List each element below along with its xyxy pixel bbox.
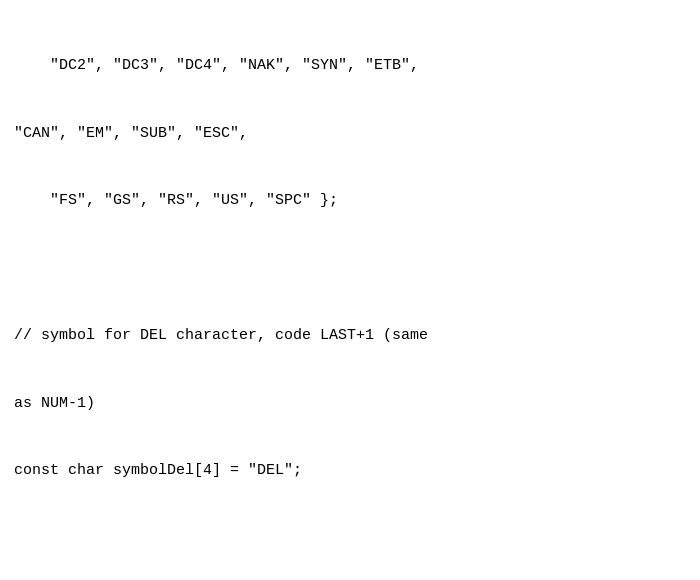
code-block: "DC2", "DC3", "DC4", "NAK", "SYN", "ETB"…: [0, 0, 700, 580]
code-line-3: "FS", "GS", "RS", "US", "SPC" };: [14, 190, 686, 213]
code-line-1: "DC2", "DC3", "DC4", "NAK", "SYN", "ETB"…: [14, 55, 686, 78]
code-line-6: as NUM-1): [14, 393, 686, 416]
code-line-8: [14, 528, 686, 551]
code-line-7: const char symbolDel[4] = "DEL";: [14, 460, 686, 483]
code-line-2: "CAN", "EM", "SUB", "ESC",: [14, 123, 686, 146]
code-line-4: [14, 258, 686, 281]
code-line-5: // symbol for DEL character, code LAST+1…: [14, 325, 686, 348]
